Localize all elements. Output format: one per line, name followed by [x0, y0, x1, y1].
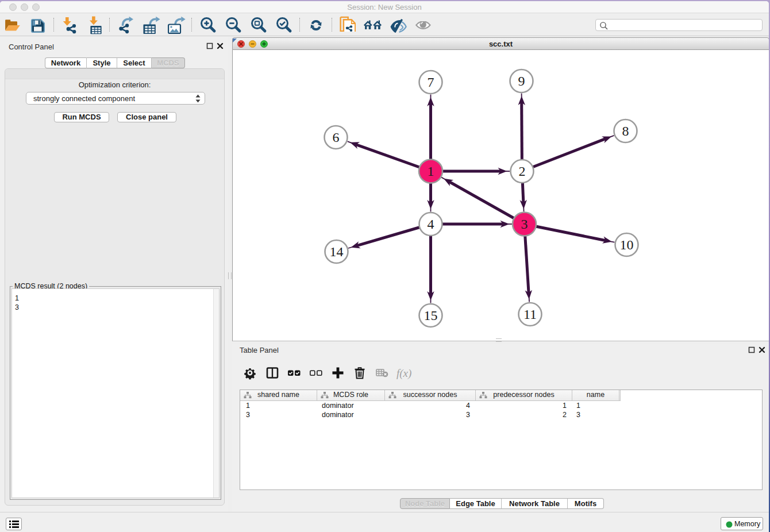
svg-text:8: 8 — [622, 124, 629, 138]
svg-text:2: 2 — [519, 164, 526, 179]
svg-text:11: 11 — [523, 307, 537, 322]
svg-text:3: 3 — [521, 217, 528, 232]
svg-text:7: 7 — [428, 75, 434, 90]
svg-text:6: 6 — [333, 130, 340, 145]
svg-text:4: 4 — [428, 217, 434, 232]
svg-text:10: 10 — [620, 237, 634, 252]
svg-text:15: 15 — [424, 308, 438, 323]
svg-text:9: 9 — [518, 74, 525, 88]
svg-text:1: 1 — [428, 164, 434, 179]
svg-text:14: 14 — [330, 244, 344, 259]
